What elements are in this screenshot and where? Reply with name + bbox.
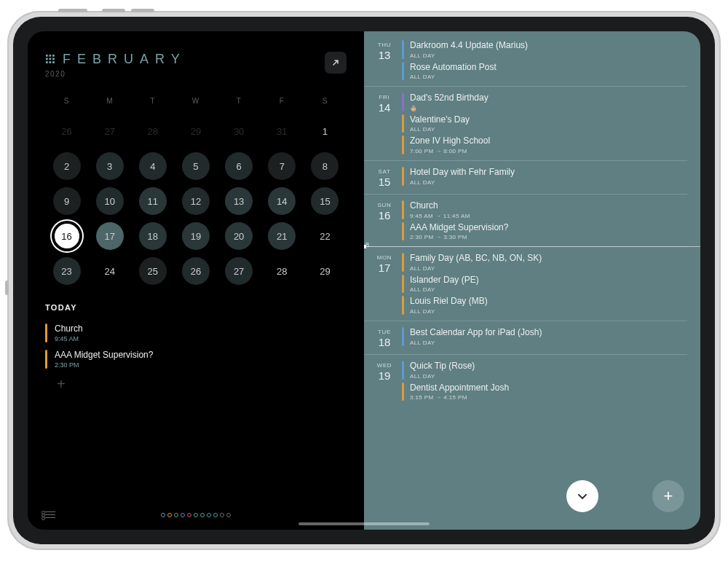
today-event[interactable]: AAA Midget Supervision?2:30 PM: [45, 350, 347, 369]
calendar-day[interactable]: 14: [268, 187, 296, 215]
calendar-filter-dots[interactable]: [161, 513, 231, 517]
agenda-event-list: Darkroom 4.4 Update (Marius)ALL DAYRose …: [402, 40, 687, 80]
event-subtitle: ALL DAY: [410, 373, 475, 380]
calendar-day[interactable]: 15: [311, 187, 339, 215]
calendar-day[interactable]: 30: [225, 117, 253, 145]
agenda-event[interactable]: Dentist Appointment Josh3:15 PM → 4:15 P…: [402, 382, 687, 401]
add-today-event-button[interactable]: +: [57, 376, 347, 393]
calendar-day[interactable]: 26: [182, 257, 210, 285]
calendar-day[interactable]: 29: [311, 257, 339, 285]
calendar-day[interactable]: 10: [96, 187, 124, 215]
calendar-day[interactable]: 4: [139, 152, 167, 180]
agenda-event[interactable]: Dad's 52nd Birthday🎂: [402, 93, 687, 111]
agenda-event[interactable]: Hotel Day with Fehr FamilyALL DAY: [402, 167, 687, 186]
weekday-cell: M: [88, 97, 131, 105]
event-color-bar: [402, 200, 404, 219]
calendar-day[interactable]: 18: [139, 222, 167, 250]
calendar-day[interactable]: 17: [96, 222, 124, 250]
agenda-event[interactable]: Louis Riel Day (MB)ALL DAY: [402, 296, 687, 315]
agenda-daynum: 19: [373, 369, 396, 382]
agenda-day-label[interactable]: MON17: [373, 253, 396, 315]
calendar-day[interactable]: 7: [268, 152, 296, 180]
today-event[interactable]: Church9:45 AM: [45, 323, 347, 342]
agenda-daynum: 15: [373, 176, 396, 188]
today-section: TODAY Church9:45 AMAAA Midget Supervisio…: [45, 303, 347, 393]
event-subtitle: ALL DAY: [410, 74, 496, 80]
calendar-day[interactable]: 27: [225, 257, 253, 285]
calendar-day[interactable]: 3: [96, 152, 124, 180]
event-title: Islander Day (PE): [410, 275, 479, 286]
calendar-day[interactable]: 27: [96, 117, 124, 145]
calendar-day[interactable]: 11: [139, 187, 167, 215]
event-color-bar: [402, 40, 404, 59]
agenda-event[interactable]: Darkroom 4.4 Update (Marius)ALL DAY: [402, 40, 687, 59]
calendar-day[interactable]: 5: [182, 152, 210, 180]
agenda-event[interactable]: AAA Midget Supervision?2:30 PM → 3:30 PM: [402, 222, 687, 241]
volume-down-button: [131, 9, 154, 12]
now-indicator: [364, 246, 700, 247]
calendar-day[interactable]: 25: [139, 257, 167, 285]
agenda-event[interactable]: Church9:45 AM → 11:45 AM: [402, 200, 687, 219]
event-title: Quick Tip (Rose): [410, 361, 475, 372]
event-subtitle: ALL DAY: [410, 179, 515, 186]
event-title: Family Day (AB, BC, NB, ON, SK): [410, 253, 542, 264]
calendar-day[interactable]: 31: [268, 117, 296, 145]
agenda-event[interactable]: Valentine's DayALL DAY: [402, 114, 687, 133]
today-heading: TODAY: [45, 303, 347, 312]
agenda-event[interactable]: Rose Automation PostALL DAY: [402, 62, 687, 81]
calendar-day[interactable]: 19: [182, 222, 210, 250]
calendar-day[interactable]: 1: [311, 117, 339, 145]
event-title: Zone IV High School: [410, 136, 490, 147]
agenda-event[interactable]: Quick Tip (Rose)ALL DAY: [402, 361, 687, 380]
agenda-weekday: FRI: [373, 94, 396, 101]
agenda-event[interactable]: Best Calendar App for iPad (Josh)ALL DAY: [402, 327, 687, 346]
calendar-day[interactable]: 8: [311, 152, 339, 180]
event-subtitle: ALL DAY: [410, 52, 528, 59]
event-title: AAA Midget Supervision?: [410, 222, 508, 234]
agenda-event[interactable]: Islander Day (PE)ALL DAY: [402, 275, 687, 294]
calendar-day[interactable]: 26: [53, 117, 81, 145]
scroll-down-button[interactable]: [566, 480, 598, 512]
agenda-daynum: 13: [373, 49, 396, 61]
agenda-day-group: THU13Darkroom 4.4 Update (Marius)ALL DAY…: [364, 31, 687, 86]
agenda-event[interactable]: Family Day (AB, BC, NB, ON, SK)ALL DAY: [402, 253, 687, 272]
calendar-day[interactable]: 28: [268, 257, 296, 285]
agenda-event[interactable]: Zone IV High School7:00 PM → 8:00 PM: [402, 136, 687, 154]
agenda-day-label[interactable]: TUE18: [373, 327, 396, 348]
calendar-day[interactable]: 12: [182, 187, 210, 215]
event-subtitle: 9:45 AM → 11:45 AM: [410, 213, 470, 219]
bezel: FEBRUARY 2020 SMTWTFS 262728293031123456…: [13, 17, 715, 544]
agenda-day-label[interactable]: SAT15: [373, 167, 396, 188]
agenda-daynum: 17: [373, 262, 396, 274]
agenda-scroll[interactable]: THU13Darkroom 4.4 Update (Marius)ALL DAY…: [364, 31, 700, 530]
calendar-day[interactable]: 21: [268, 222, 296, 250]
calendar-day[interactable]: 23: [53, 257, 81, 285]
agenda-daynum: 16: [373, 209, 396, 221]
calendar-day[interactable]: 22: [311, 222, 339, 250]
event-color-bar: [402, 327, 404, 346]
calendar-day[interactable]: 13: [225, 187, 253, 215]
calendar-day[interactable]: 28: [139, 117, 167, 145]
event-title: Best Calendar App for iPad (Josh): [410, 327, 542, 339]
agenda-day-group: SAT15Hotel Day with Fehr FamilyALL DAY: [364, 160, 687, 194]
add-event-button[interactable]: +: [652, 480, 684, 512]
agenda-pane[interactable]: THU13Darkroom 4.4 Update (Marius)ALL DAY…: [364, 31, 700, 530]
agenda-day-label[interactable]: WED19: [373, 361, 396, 401]
month-title[interactable]: FEBRUARY: [45, 52, 186, 67]
agenda-day-label[interactable]: SUN16: [373, 200, 396, 240]
calendar-day[interactable]: 2: [53, 152, 81, 180]
agenda-event-list: Quick Tip (Rose)ALL DAYDentist Appointme…: [402, 361, 687, 401]
list-view-button[interactable]: [45, 511, 55, 518]
calendar-day[interactable]: 29: [182, 117, 210, 145]
calendar-day[interactable]: 6: [225, 152, 253, 180]
home-indicator[interactable]: [298, 522, 430, 525]
agenda-day-label[interactable]: THU13: [373, 40, 396, 80]
calendar-day[interactable]: 9: [53, 187, 81, 215]
agenda-day-label[interactable]: FRI14: [373, 93, 396, 154]
calendar-day[interactable]: 16: [53, 222, 81, 250]
today-event-list: Church9:45 AMAAA Midget Supervision?2:30…: [45, 323, 347, 369]
weekday-cell: F: [261, 97, 304, 105]
calendar-day[interactable]: 20: [225, 222, 253, 250]
expand-button[interactable]: [325, 52, 347, 74]
calendar-day[interactable]: 24: [96, 257, 124, 285]
